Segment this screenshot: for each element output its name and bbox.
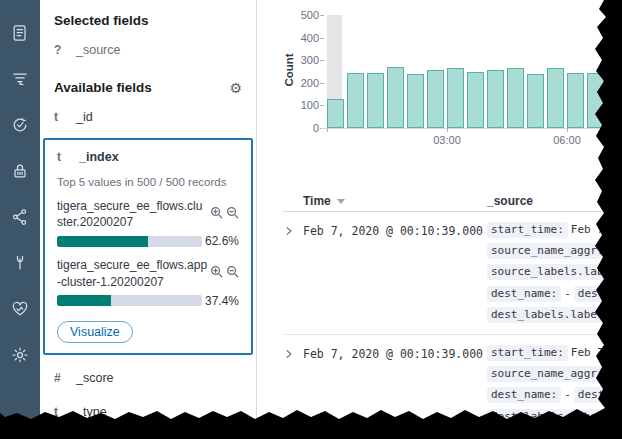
health-icon (10, 299, 30, 319)
nav-network-icon[interactable] (0, 194, 40, 240)
histogram-bar[interactable] (447, 68, 464, 128)
nav-compliance-icon[interactable] (0, 102, 40, 148)
source-field-line: start_time:Feb 7 (487, 222, 622, 243)
source-cell: start_time:Feb 7source_name_aggr:source_… (487, 222, 622, 328)
source-field-line: dest_name:-dest (487, 387, 622, 408)
table-row: Feb 7, 2020 @ 00:10:39.000start_time:Feb… (283, 212, 622, 334)
field-value-text: Feb 7 (568, 223, 607, 236)
field-name-badge: dest_name: (487, 286, 561, 302)
top-value-progress-fill (57, 295, 111, 306)
source-field-line: source_name_aggr: (487, 243, 622, 264)
sort-caret-icon (337, 199, 345, 204)
field-type-icon: t (57, 150, 67, 164)
histogram-bar[interactable] (367, 73, 384, 128)
y-tick-label: 200 (285, 77, 319, 89)
field-name: _id (76, 110, 93, 124)
top-value-filter-icons (210, 257, 239, 278)
source-field-line: source_labels.lab (487, 264, 622, 285)
y-tick-mark (320, 15, 324, 16)
top-value-item: tigera_secure_ee_flows.cluster.202002076… (57, 198, 239, 248)
table-row: Feb 7, 2020 @ 00:10:39.000start_time:Feb… (283, 334, 622, 436)
field-value-text: Feb 7, (568, 346, 614, 359)
field-item-score[interactable]: #_score (40, 361, 256, 395)
y-tick-mark (320, 105, 324, 106)
zoom-in-icon[interactable] (210, 265, 223, 278)
top-value-name: tigera_secure_ee_flows.app-cluster-1.202… (57, 257, 208, 289)
y-tick-mark (320, 60, 324, 61)
field-name-badge: source_name_aggr: (487, 366, 608, 382)
x-tick-label: 03:00 (422, 134, 472, 146)
discover-main: Count010020030040050003:0006:00 Time _so… (257, 0, 622, 439)
visualize-button[interactable]: Visualize (57, 321, 133, 343)
nav-wrench-icon[interactable] (0, 240, 40, 286)
settings-icon (10, 345, 30, 365)
y-tick-label: 300 (285, 54, 319, 66)
field-item-index[interactable]: t _index (45, 142, 251, 172)
histogram-bar[interactable] (507, 68, 524, 128)
source-field-line: dest_labels.labels (487, 307, 622, 328)
selected-fields-list: ?_source (40, 33, 256, 67)
field-settings-gear-icon[interactable]: ⚙ (229, 81, 242, 95)
x-tick-mark (567, 128, 568, 132)
nav-lock-icon[interactable] (0, 148, 40, 194)
app-root: Selected fields ?_source Available field… (0, 0, 622, 439)
histogram-bar[interactable] (487, 70, 504, 128)
source-column-header: _source (487, 194, 622, 208)
histogram-bar[interactable] (587, 73, 604, 128)
nav-settings-icon[interactable] (0, 332, 40, 378)
zoom-out-icon[interactable] (226, 206, 239, 219)
top-values-list: tigera_secure_ee_flows.cluster.202002076… (57, 198, 239, 308)
source-cell: start_time:Feb 7,source_name_aggr:dest_n… (487, 345, 622, 430)
field-item-type[interactable]: t_type (40, 395, 256, 429)
x-axis-line (321, 128, 617, 129)
histogram-bar[interactable] (347, 73, 364, 128)
field-type-icon: ? (54, 43, 64, 57)
lock-icon (10, 161, 30, 181)
top-value-progress-track (57, 295, 202, 306)
histogram-bar[interactable] (567, 73, 584, 128)
field-name-badge: dest_labels.labels (487, 409, 614, 425)
histogram-bar[interactable] (547, 68, 564, 128)
time-column-header[interactable]: Time (303, 194, 487, 208)
nav-logs-icon[interactable] (0, 10, 40, 56)
field-name-badge: start_time: (487, 222, 568, 238)
field-value-text: - (561, 287, 574, 300)
histogram-bar[interactable] (467, 72, 484, 128)
nav-health-icon[interactable] (0, 286, 40, 332)
x-tick-mark (447, 128, 448, 132)
x-tick-label: 06:00 (542, 134, 592, 146)
field-item-id[interactable]: t_id (40, 100, 256, 134)
available-fields-heading: Available fields (54, 80, 152, 95)
histogram-bar[interactable] (327, 99, 344, 128)
selected-fields-heading: Selected fields (54, 13, 149, 28)
histogram-chart[interactable]: Count010020030040050003:0006:00 (257, 0, 622, 150)
zoom-out-icon[interactable] (226, 265, 239, 278)
zoom-in-icon[interactable] (210, 206, 223, 219)
histogram-bar[interactable] (427, 70, 444, 128)
field-item-source[interactable]: ?_source (40, 33, 256, 67)
documents-table: Time _source Feb 7, 2020 @ 00:10:39.000s… (283, 190, 622, 436)
table-rows: Feb 7, 2020 @ 00:10:39.000start_time:Feb… (283, 212, 622, 436)
policies-icon (10, 69, 30, 89)
nav-policies-icon[interactable] (0, 56, 40, 102)
y-tick-label: 400 (285, 32, 319, 44)
row-expand-toggle[interactable] (283, 222, 303, 328)
field-type-icon: # (54, 371, 64, 385)
field-name-badge: dest_labels.labels (487, 307, 614, 323)
top-value-item: tigera_secure_ee_flows.app-cluster-1.202… (57, 257, 239, 307)
field-details-popover: t _index Top 5 values in 500 / 500 recor… (43, 138, 253, 355)
histogram-bar[interactable] (407, 74, 424, 128)
histogram-bar[interactable] (527, 74, 544, 128)
field-name-badge: source_name_aggr: (487, 243, 608, 259)
source-field-line: source_name_aggr: (487, 366, 622, 387)
field-name-badge: source_labels.lab (487, 264, 608, 280)
histogram-bar[interactable] (387, 67, 404, 128)
top-value-progress-fill (57, 236, 148, 247)
time-cell: Feb 7, 2020 @ 00:10:39.000 (303, 222, 487, 328)
expand-chevron-icon (283, 348, 295, 360)
field-name-badge: dest_name: (487, 387, 561, 403)
time-cell: Feb 7, 2020 @ 00:10:39.000 (303, 345, 487, 430)
row-expand-toggle[interactable] (283, 345, 303, 430)
field-item-action[interactable]: taction (40, 429, 256, 439)
compliance-icon (10, 115, 30, 135)
